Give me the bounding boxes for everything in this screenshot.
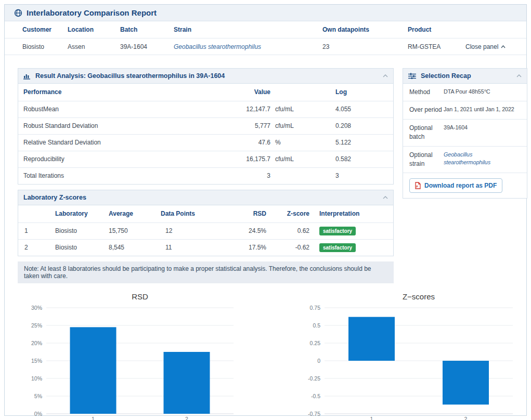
svg-text:10%: 10% <box>31 375 42 382</box>
cell-z-score: 0.62 <box>267 222 310 239</box>
chart-title: RSD <box>132 292 148 301</box>
svg-text:0%: 0% <box>34 411 42 417</box>
bar <box>164 352 210 414</box>
summary-data-row: Biosisto Assen 39A-1604 Geobacillus stea… <box>5 38 526 55</box>
cell-unit: cfu/mL <box>270 101 330 117</box>
rsd-chart: RSD0%5%10%15%20%25%30%12 <box>18 288 237 420</box>
field-label: Over period <box>409 106 444 114</box>
chart-title: Z−scores <box>403 292 435 301</box>
svg-text:25%: 25% <box>31 322 42 329</box>
field-label: Optional strain <box>409 151 444 169</box>
chevron-up-icon <box>516 74 522 77</box>
svg-text:2: 2 <box>464 416 468 420</box>
summary-strain-link[interactable]: Geobacillus stearothermophilus <box>174 43 322 50</box>
cell-log: 5.122 <box>330 134 393 151</box>
cell-value: 5,777 <box>237 117 270 134</box>
summary-header-strain: Strain <box>174 26 322 33</box>
result-analysis-panel: Result Analysis: Geobacillus stearotherm… <box>18 68 394 185</box>
globe-icon <box>14 9 22 17</box>
close-panel-button[interactable]: Close panel <box>465 43 506 50</box>
recap-strain-link[interactable]: Geobacillus stearothermophilus <box>444 151 521 169</box>
svg-text:1: 1 <box>370 416 373 420</box>
field-label: Method <box>409 88 444 97</box>
cell-data-points: 11 <box>160 239 225 256</box>
svg-text:0.25: 0.25 <box>310 340 321 346</box>
cell-unit: cfu/mL <box>270 117 330 134</box>
result-analysis-table: Performance Value Log RobustMean 12,147.… <box>18 84 393 184</box>
table-row: 2 Biosisto 8,545 11 17.5% -0.62 satisfac… <box>18 239 393 256</box>
field-value: DTA Pour 48h55°C <box>444 88 521 97</box>
zscores-header[interactable]: Laboratory Z-scores <box>18 190 393 205</box>
cell-average: 15,750 <box>108 222 160 239</box>
svg-text:1: 1 <box>92 416 95 420</box>
svg-text:2: 2 <box>185 416 188 420</box>
selection-recap-panel: Selection Recap Method DTA Pour 48h55°C … <box>403 68 527 199</box>
summary-location: Assen <box>68 43 120 50</box>
zscores-table: Laboratory Average Data Points RSD Z-sco… <box>18 205 393 256</box>
field-value: 39A-1604 <box>444 124 521 142</box>
zscores-title: Laboratory Z-scores <box>23 194 86 201</box>
recap-field-optional-strain: Optional strain Geobacillus stearothermo… <box>403 147 527 174</box>
table-row: 1 Biosisto 15,750 12 24.5% 0.62 satisfac… <box>18 222 393 239</box>
bar <box>443 361 489 404</box>
note-banner: Note: At least 8 laboratories should be … <box>18 261 394 283</box>
column-average: Average <box>108 205 160 222</box>
selection-recap-title: Selection Recap <box>421 72 471 80</box>
svg-text:20%: 20% <box>31 340 42 346</box>
summary-header-customer: Customer <box>22 26 68 33</box>
selection-recap-header[interactable]: Selection Recap <box>403 69 527 84</box>
column-laboratory: Laboratory <box>55 205 108 222</box>
chevron-up-icon <box>383 74 388 77</box>
chevron-up-icon <box>383 196 388 199</box>
summary-header-row: Customer Location Batch Strain Own datap… <box>5 21 526 38</box>
zscores-chart: Z−scores-0.75-0.5-0.2500.250.50.7512 <box>301 288 527 420</box>
cell-index: 2 <box>18 239 55 256</box>
svg-text:0.75: 0.75 <box>310 305 321 311</box>
sliders-icon <box>408 73 416 79</box>
table-row: Robust Standard Deviation 5,777 cfu/mL 0… <box>18 117 393 134</box>
table-row: Reproducibility 16,175.7 cfu/mL 0.582 <box>18 151 393 167</box>
cell-performance: Total Iterations <box>18 167 237 184</box>
cell-unit: % <box>270 134 330 151</box>
cell-performance: Reproducibility <box>18 151 237 167</box>
cell-average: 8,545 <box>108 239 160 256</box>
recap-field-method: Method DTA Pour 48h55°C <box>403 84 527 101</box>
svg-text:15%: 15% <box>31 358 42 364</box>
cell-rsd: 17.5% <box>225 239 267 256</box>
svg-text:0: 0 <box>317 358 320 364</box>
page-title: Interlaboratory Comparison Report <box>27 8 157 17</box>
table-header-row: Performance Value Log <box>18 84 393 101</box>
cell-unit: cfu/mL <box>270 151 330 167</box>
svg-text:-0.5: -0.5 <box>311 393 320 399</box>
cell-laboratory: Biosisto <box>55 222 108 239</box>
bar <box>70 327 116 414</box>
summary-header-product: Product <box>408 26 465 33</box>
result-analysis-title: Result Analysis: Geobacillus stearotherm… <box>35 72 225 80</box>
table-row: Total Iterations 3 3 <box>18 167 393 184</box>
field-value: Jan 1, 2021 until Jan 1, 2022 <box>444 106 521 114</box>
download-report-label: Download report as PDF <box>424 182 497 189</box>
report-window: Interlaboratory Comparison Report Custom… <box>4 4 527 416</box>
cell-laboratory: Biosisto <box>55 239 108 256</box>
column-data-points: Data Points <box>160 205 225 222</box>
summary-product: RM-GSTEA <box>408 43 465 50</box>
cell-log: 3 <box>330 167 393 184</box>
svg-text:-0.25: -0.25 <box>308 375 320 382</box>
column-log: Log <box>330 84 393 101</box>
cell-data-points: 12 <box>160 222 225 239</box>
cell-value: 12,147.7 <box>237 101 270 117</box>
column-rsd: RSD <box>225 205 267 222</box>
cell-log: 4.055 <box>330 101 393 117</box>
chevron-up-icon <box>501 45 506 48</box>
title-bar: Interlaboratory Comparison Report <box>5 5 526 21</box>
cell-performance: Relative Standard Deviation <box>18 134 237 151</box>
table-row: RobustMean 12,147.7 cfu/mL 4.055 <box>18 101 393 117</box>
cell-log: 0.208 <box>330 117 393 134</box>
cell-z-score: -0.62 <box>267 239 310 256</box>
cell-index: 1 <box>18 222 55 239</box>
result-analysis-header[interactable]: Result Analysis: Geobacillus stearotherm… <box>18 69 393 84</box>
recap-field-optional-batch: Optional batch 39A-1604 <box>403 120 527 147</box>
download-report-button[interactable]: P Download report as PDF <box>409 178 502 193</box>
summary-own-datapoints: 23 <box>322 43 408 50</box>
bar-chart-icon <box>23 73 31 80</box>
